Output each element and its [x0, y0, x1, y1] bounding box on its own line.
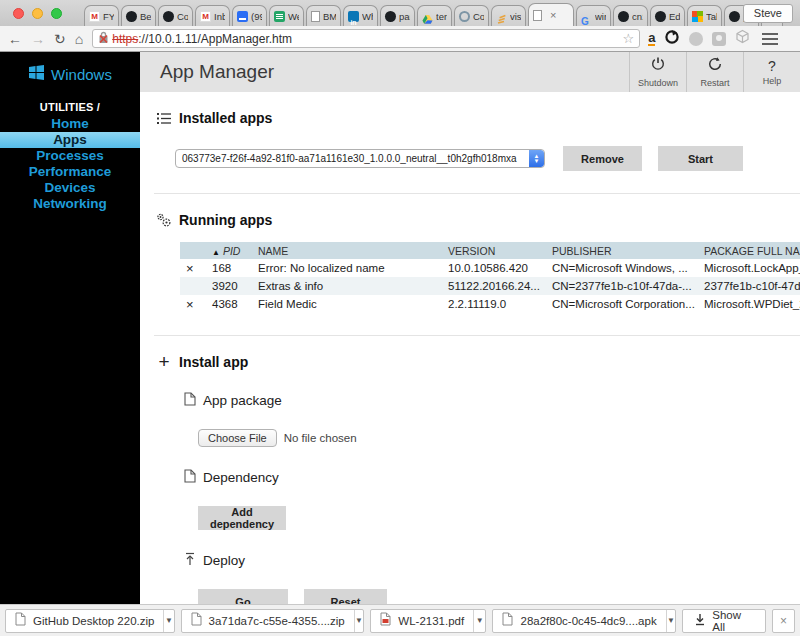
go-button[interactable]: Go	[198, 589, 288, 604]
download-open-button[interactable]: GitHub Desktop 220.zip	[6, 610, 163, 632]
sidebar-item-processes[interactable]: Processes	[0, 148, 140, 164]
file-icon	[191, 612, 202, 630]
home-icon[interactable]: ⌂	[75, 32, 83, 46]
download-menu-caret-icon[interactable]: ▼	[354, 610, 364, 632]
app-package-file-row: Choose File No file chosen	[198, 429, 800, 447]
windows-brand-label: Windows	[51, 66, 112, 83]
sidebar-item-networking[interactable]: Networking	[0, 196, 140, 212]
table-row: × 4368 Field Medic 2.2.11119.0 CN=Micros…	[180, 295, 800, 313]
sort-ascending-icon: ▲	[212, 248, 220, 257]
version-column-header[interactable]: VERSION	[442, 242, 546, 259]
tab-visu[interactable]: visu	[491, 5, 526, 26]
reset-button[interactable]: Reset	[304, 589, 387, 604]
no-file-chosen-label: No file chosen	[284, 432, 357, 444]
running-apps-heading: Running apps	[156, 212, 800, 228]
name-column-header[interactable]: NAME	[252, 242, 442, 259]
main-content: App Manager Shutdown Restart ? Help Inst…	[140, 52, 800, 604]
browser-toolbar: ← → ↻ ⌂ https://10.0.1.11/AppManager.htm…	[0, 26, 800, 52]
github-icon	[618, 11, 629, 22]
tab-bm[interactable]: BM	[306, 5, 341, 26]
microsoft-icon	[692, 11, 703, 22]
bookmark-star-icon[interactable]: ☆	[623, 31, 635, 46]
tab-win[interactable]: win	[576, 5, 611, 26]
tab-inb[interactable]: Inb	[195, 5, 230, 26]
sidebar-item-devices[interactable]: Devices	[0, 180, 140, 196]
browser-profile-button[interactable]: Steve	[743, 4, 793, 23]
package-column-header[interactable]: PACKAGE FULL NAME	[698, 242, 800, 259]
header-actions: Shutdown Restart ? Help	[629, 52, 800, 92]
download-open-button[interactable]: 28a2f80c-0c45-4dc9....apk	[493, 610, 665, 632]
restart-button[interactable]: Restart	[686, 52, 743, 92]
tab-bet[interactable]: Bet	[121, 5, 156, 26]
add-dependency-button[interactable]: Add dependency	[198, 506, 286, 530]
choose-file-button[interactable]: Choose File	[198, 429, 277, 447]
restart-label: Restart	[700, 78, 729, 88]
gray-circle-extension-icon[interactable]	[689, 32, 703, 46]
tab-we[interactable]: We	[269, 5, 304, 26]
zoom-window-button[interactable]	[51, 8, 62, 19]
page-header: App Manager Shutdown Restart ? Help	[140, 52, 800, 92]
tab-fyi[interactable]: FYI	[84, 5, 119, 26]
tab-99[interactable]: (99	[232, 5, 267, 26]
insecure-lock-icon[interactable]	[98, 31, 109, 47]
help-label: Help	[763, 76, 782, 86]
plus-icon: +	[156, 355, 172, 369]
installed-apps-select[interactable]: 063773e7-f26f-4a92-81f0-aa71a1161e30_1.0…	[175, 149, 545, 168]
chrome-menu-icon[interactable]	[762, 33, 778, 45]
installed-apps-row: 063773e7-f26f-4a92-81f0-aa71a1161e30_1.0…	[175, 146, 800, 171]
publisher-column-header[interactable]: PUBLISHER	[546, 242, 698, 259]
remove-button[interactable]: Remove	[563, 146, 642, 171]
deploy-heading: Deploy	[184, 552, 800, 569]
circle-arrow-extension-icon[interactable]	[664, 29, 680, 49]
help-button[interactable]: ? Help	[743, 52, 800, 92]
forward-icon[interactable]: →	[31, 32, 45, 46]
close-app-icon[interactable]: ×	[186, 297, 194, 312]
sidebar-item-home[interactable]: Home	[0, 116, 140, 132]
pdf-file-icon	[380, 612, 391, 630]
download-menu-caret-icon[interactable]: ▼	[163, 610, 173, 632]
sidebar-item-performance[interactable]: Performance	[0, 164, 140, 180]
github-icon	[385, 11, 396, 22]
tab-edi[interactable]: Edi	[650, 5, 685, 26]
download-item: WL-2131.pdf ▼	[370, 609, 486, 633]
start-button[interactable]: Start	[658, 146, 743, 171]
github-icon	[729, 11, 740, 22]
file-icon	[15, 612, 26, 630]
downloads-bar: GitHub Desktop 220.zip ▼ 3a71da7c-c55e-4…	[0, 604, 800, 636]
download-open-button[interactable]: WL-2131.pdf	[371, 610, 473, 632]
windows-logo-icon	[28, 64, 45, 85]
tab-par[interactable]: par	[380, 5, 415, 26]
person-extension-icon[interactable]	[712, 32, 726, 46]
sidebar: Windows UTILITIES / Home Apps Processes …	[0, 52, 140, 604]
cube-extension-icon[interactable]	[735, 29, 750, 48]
close-app-icon[interactable]: ×	[186, 261, 194, 276]
tab-wh[interactable]: Wh	[343, 5, 378, 26]
section-divider	[154, 335, 800, 336]
close-window-button[interactable]	[13, 8, 24, 19]
amazon-extension-icon[interactable]	[648, 31, 655, 46]
tab-close-icon[interactable]: ×	[550, 10, 556, 21]
github-icon	[655, 11, 666, 22]
close-downloads-bar-icon[interactable]: ×	[772, 609, 795, 633]
tab-co1[interactable]: Co	[158, 5, 193, 26]
url-scheme: https	[112, 32, 138, 46]
minimize-window-button[interactable]	[32, 8, 43, 19]
gmail-icon	[200, 11, 211, 22]
tab-cn1[interactable]: cn1	[613, 5, 648, 26]
tab-tem[interactable]: tem	[417, 5, 452, 26]
download-open-button[interactable]: 3a71da7c-c55e-4355....zip	[182, 610, 354, 632]
download-menu-caret-icon[interactable]: ▼	[666, 610, 676, 632]
reload-icon[interactable]: ↻	[54, 32, 66, 46]
tab-active-app-manager[interactable]: ×	[528, 3, 574, 26]
spreadsheet-icon	[274, 11, 285, 22]
address-bar[interactable]: https://10.0.1.11/AppManager.htm ☆	[92, 29, 640, 48]
tab-tak[interactable]: Tak	[687, 5, 722, 26]
ring-app-icon	[459, 11, 470, 22]
back-icon[interactable]: ←	[8, 32, 22, 46]
download-menu-caret-icon[interactable]: ▼	[473, 610, 485, 632]
tab-co2[interactable]: Co	[454, 5, 489, 26]
show-all-downloads-button[interactable]: Show All	[682, 609, 766, 633]
shutdown-button[interactable]: Shutdown	[629, 52, 686, 92]
pid-column-header[interactable]: ▲PID	[206, 242, 252, 259]
sidebar-item-apps[interactable]: Apps	[0, 132, 140, 148]
